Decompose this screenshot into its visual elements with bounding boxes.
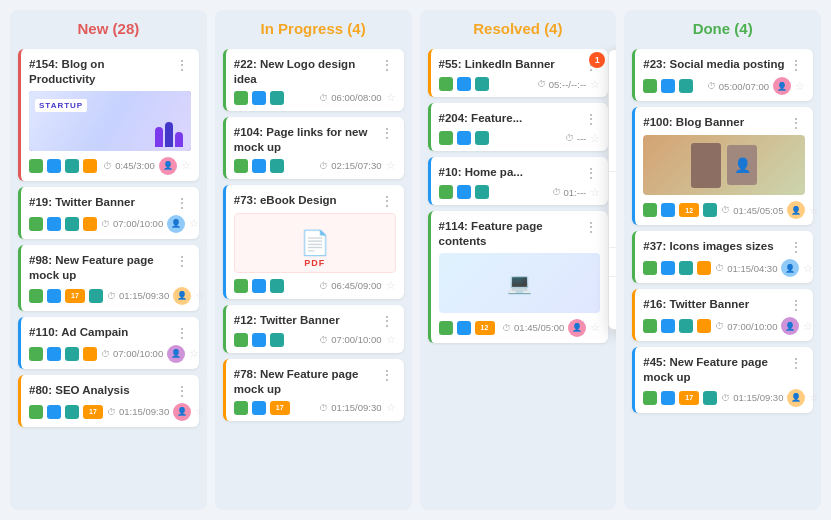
- card-menu-button[interactable]: ⋮: [378, 125, 396, 141]
- card[interactable]: #98: New Feature page mock up⋮17⏱01:15/0…: [18, 245, 199, 311]
- card[interactable]: #204: Feature...⋮⏱---☆: [428, 103, 609, 151]
- card[interactable]: #22: New Logo design idea⋮⏱06:00/08:00☆: [223, 49, 404, 111]
- star-icon[interactable]: ☆: [386, 159, 396, 172]
- card-menu-button[interactable]: ⋮: [582, 219, 600, 235]
- time-display: ⏱06:00/08:00: [319, 92, 381, 103]
- card-title: #104: Page links for new mock up: [234, 125, 378, 155]
- card-title: #45: New Feature page mock up: [643, 355, 787, 385]
- card-header-row: #12: Twitter Banner⋮: [234, 313, 396, 329]
- card-menu-button[interactable]: ⋮: [787, 115, 805, 131]
- context-menu-item[interactable]: ✎Edit: [609, 198, 616, 221]
- status-badge: [252, 401, 266, 415]
- card-menu-button[interactable]: ⋮: [378, 193, 396, 209]
- star-icon[interactable]: ☆: [809, 204, 819, 217]
- time-display: ⏱0:45/3:00: [103, 160, 155, 171]
- card[interactable]: #73: eBook Design⋮📄PDF⏱06:45/09:00☆: [223, 185, 404, 299]
- context-menu-item[interactable]: ↩Reply: [609, 175, 616, 198]
- card[interactable]: #37: Icons images sizes⋮⏱01:15/04:30👤☆: [632, 231, 813, 283]
- status-badge: [475, 77, 489, 91]
- card[interactable]: #45: New Feature page mock up⋮17⏱01:15/0…: [632, 347, 813, 413]
- status-badge: [270, 333, 284, 347]
- card-header-row: #19: Twitter Banner⋮: [29, 195, 191, 211]
- card-footer: ⏱---☆: [439, 131, 601, 145]
- status-badge: [439, 321, 453, 335]
- card-menu-button[interactable]: ⋮: [378, 57, 396, 73]
- card-title: #73: eBook Design: [234, 193, 378, 208]
- card-menu-button[interactable]: ⋮: [173, 195, 191, 211]
- startup-illustration: STARTUP: [29, 91, 191, 151]
- star-icon[interactable]: ☆: [590, 78, 600, 91]
- card-menu-button[interactable]: ⋮: [787, 355, 805, 371]
- context-menu-item[interactable]: ⬚Archive: [609, 280, 616, 303]
- card-menu-button[interactable]: ⋮: [787, 239, 805, 255]
- card[interactable]: #110: Ad Campain⋮⏱07:00/10:00👤☆: [18, 317, 199, 369]
- star-icon[interactable]: ☆: [195, 405, 205, 418]
- card-title: #12: Twitter Banner: [234, 313, 378, 328]
- star-icon[interactable]: ☆: [189, 217, 199, 230]
- card-title: #22: New Logo design idea: [234, 57, 378, 87]
- card[interactable]: #12: Twitter Banner⋮⏱07:00/10:00☆: [223, 305, 404, 353]
- status-badge: 12: [679, 203, 699, 217]
- card-menu-button[interactable]: ⋮: [787, 57, 805, 73]
- star-icon[interactable]: ☆: [803, 262, 813, 275]
- star-icon[interactable]: ☆: [803, 320, 813, 333]
- card-menu-button[interactable]: ⋮: [582, 111, 600, 127]
- context-menu-item[interactable]: ✓Resolve: [609, 77, 616, 100]
- card[interactable]: #80: SEO Analysis⋮17⏱01:15/09:30👤☆: [18, 375, 199, 427]
- card[interactable]: #19: Twitter Banner⋮⏱07:00/10:00👤☆: [18, 187, 199, 239]
- context-menu-item[interactable]: ▶Start Timer: [609, 145, 616, 168]
- column-body-inprogress: #22: New Logo design idea⋮⏱06:00/08:00☆#…: [215, 45, 412, 510]
- time-value: 07:00/10:00: [331, 334, 381, 345]
- card-title: #110: Ad Campain: [29, 325, 173, 340]
- card-image: STARTUP: [29, 91, 191, 151]
- card-menu-button[interactable]: ⋮: [173, 57, 191, 73]
- card-menu-button[interactable]: ⋮: [173, 253, 191, 269]
- time-value: 01:15/09:30: [119, 406, 169, 417]
- card[interactable]: #16: Twitter Banner⋮⏱07:00/10:00👤☆: [632, 289, 813, 341]
- star-icon[interactable]: ☆: [181, 159, 191, 172]
- context-menu-item[interactable]: ⧉Copy: [609, 221, 616, 244]
- star-icon[interactable]: ☆: [386, 91, 396, 104]
- star-icon[interactable]: ☆: [386, 401, 396, 414]
- card-menu-button[interactable]: ⋮: [173, 383, 191, 399]
- star-icon[interactable]: ☆: [795, 80, 805, 93]
- card-menu-button[interactable]: ⋮: [173, 325, 191, 341]
- time-display: ⏱---: [565, 133, 587, 144]
- card[interactable]: #78: New Feature page mock up⋮17⏱01:15/0…: [223, 359, 404, 421]
- star-icon[interactable]: ☆: [189, 347, 199, 360]
- time-display: ⏱05:00/07:00: [707, 81, 769, 92]
- status-badge: [47, 159, 61, 173]
- card[interactable]: #10: Home pa...⋮⏱01:---☆: [428, 157, 609, 205]
- card[interactable]: #23: Social media posting⋮⏱05:00/07:00👤☆: [632, 49, 813, 101]
- card-header-row: #154: Blog on Productivity⋮: [29, 57, 191, 87]
- star-icon[interactable]: ☆: [590, 132, 600, 145]
- card-footer: ⏱06:45/09:00☆: [234, 279, 396, 293]
- context-menu-item[interactable]: ▶Start: [609, 54, 616, 77]
- card[interactable]: #114: Feature page contents⋮💻12⏱01:45/05…: [428, 211, 609, 343]
- status-badge: [270, 91, 284, 105]
- context-menu-item[interactable]: ✓Close: [609, 100, 616, 123]
- star-icon[interactable]: ☆: [195, 289, 205, 302]
- status-badge: [47, 289, 61, 303]
- star-icon[interactable]: ☆: [590, 186, 600, 199]
- card-menu-button[interactable]: ⋮: [378, 313, 396, 329]
- card-menu-button[interactable]: ⋮: [787, 297, 805, 313]
- star-icon[interactable]: ☆: [386, 279, 396, 292]
- column-header-done: Done (4): [624, 10, 821, 45]
- context-menu-item[interactable]: →Move to Project: [609, 251, 616, 273]
- context-menu-item[interactable]: 🗑Delete: [609, 303, 616, 325]
- card[interactable]: #100: Blog Banner⋮👤12⏱01:45/05:05👤☆: [632, 107, 813, 225]
- star-icon[interactable]: ☆: [386, 333, 396, 346]
- card[interactable]: #104: Page links for new mock up⋮⏱02:15/…: [223, 117, 404, 179]
- card-menu-button[interactable]: ⋮1: [582, 57, 600, 73]
- context-menu-item[interactable]: ⏱Time Entry: [609, 123, 616, 145]
- star-icon[interactable]: ☆: [809, 391, 819, 404]
- status-badge: 17: [270, 401, 290, 415]
- card-menu-button[interactable]: ⋮: [582, 165, 600, 181]
- card[interactable]: #55: LinkedIn Banner⋮1⏱05:--/--:--☆▶Star…: [428, 49, 609, 97]
- status-badge: [234, 91, 248, 105]
- avatar: 👤: [173, 403, 191, 421]
- card-menu-button[interactable]: ⋮: [378, 367, 396, 383]
- card[interactable]: #154: Blog on Productivity⋮STARTUP⏱0:45/…: [18, 49, 199, 181]
- star-icon[interactable]: ☆: [590, 321, 600, 334]
